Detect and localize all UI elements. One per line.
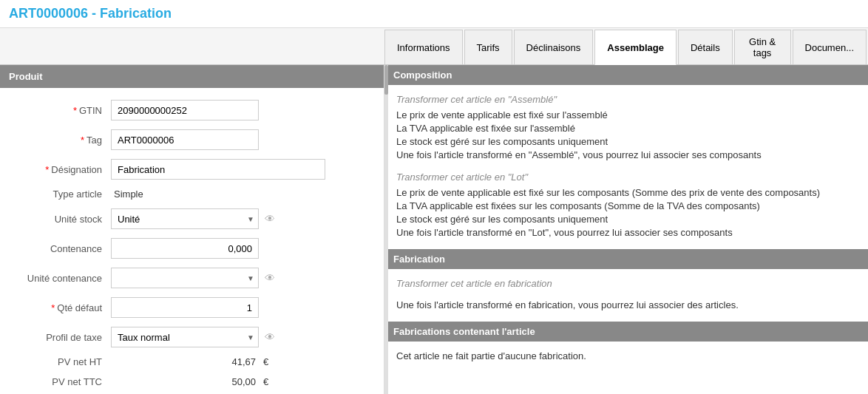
assemble-line-3: Le stock est géré sur les composants uni… xyxy=(396,136,856,147)
profil-taxe-label: Profil de taxe xyxy=(15,332,111,343)
profil-taxe-select[interactable]: Taux normal xyxy=(111,327,259,347)
profil-taxe-row: Profil de taxe Taux normal ▼ 👁 xyxy=(15,327,369,347)
fab-line: Une fois l'article transformé en fabrica… xyxy=(396,299,856,310)
unite-stock-select[interactable]: Unité xyxy=(111,208,259,229)
fabrication-content: Transformer cet article en fabrication U… xyxy=(384,269,868,322)
designation-input[interactable] xyxy=(111,159,325,180)
pv-net-ht-label: PV net HT xyxy=(15,356,111,367)
unite-contenance-label: Unité contenance xyxy=(15,273,111,284)
fab-transform-title[interactable]: Transformer cet article en fabrication xyxy=(396,278,856,289)
tab-assemblage[interactable]: Assemblage xyxy=(594,30,677,65)
tab-details[interactable]: Détails xyxy=(678,30,733,64)
lot-line-4: Une fois l'article transformé en "Lot", … xyxy=(396,227,856,238)
gtin-row: *GTIN xyxy=(15,100,369,120)
tab-document[interactable]: Documen... xyxy=(793,30,867,64)
page-title: ART0000006 - Fabrication xyxy=(9,6,172,21)
unite-contenance-eye-icon[interactable]: 👁 xyxy=(265,272,275,284)
tag-label: *Tag xyxy=(15,135,111,146)
tag-row: *Tag xyxy=(15,129,369,150)
type-article-value: Simple xyxy=(111,188,143,200)
gtin-label: *GTIN xyxy=(15,105,111,116)
type-article-label: Type article xyxy=(15,188,111,200)
composition-section-header: Composition xyxy=(384,65,868,85)
unite-stock-label: Unité stock xyxy=(15,214,111,225)
qte-defaut-input[interactable] xyxy=(111,297,259,318)
assemble-line-4: Une fois l'article transformé en "Assemb… xyxy=(396,149,856,160)
designation-row: *Désignation xyxy=(15,159,369,180)
type-article-row: Type article Simple xyxy=(15,188,369,200)
qte-defaut-row: *Qté défaut xyxy=(15,297,369,318)
gtin-input[interactable] xyxy=(111,100,259,120)
designation-label: *Désignation xyxy=(15,164,111,175)
lot-line-1: Le prix de vente applicable est fixé sur… xyxy=(396,187,856,198)
lot-transform-title[interactable]: Transformer cet article en "Lot" xyxy=(396,171,856,183)
fabrication-section-header: Fabrication xyxy=(384,249,868,269)
left-panel: Produit *GTIN *Tag *Désignation xyxy=(0,65,384,394)
lot-line-3: Le stock est géré sur les composants uni… xyxy=(396,214,856,225)
contenance-input[interactable] xyxy=(111,238,259,259)
tab-tarifs[interactable]: Tarifs xyxy=(464,30,512,64)
pv-net-ht-row: PV net HT 41,67 € xyxy=(15,356,369,367)
tabs-bar: Informations Tarifs Déclinaisons Assembl… xyxy=(0,28,868,65)
profil-taxe-eye-icon[interactable]: 👁 xyxy=(265,331,275,343)
qte-defaut-label: *Qté défaut xyxy=(15,302,111,313)
pv-net-ttc-row: PV net TTC 50,00 € xyxy=(15,376,369,387)
assemble-line-1: Le prix de vente applicable est fixé sur… xyxy=(396,109,856,120)
produit-header: Produit xyxy=(0,65,384,88)
tag-input[interactable] xyxy=(111,129,259,150)
header-bar: ART0000006 - Fabrication xyxy=(0,0,868,28)
fabrications-contenant-header: Fabrications contenant l'article xyxy=(384,322,868,342)
scroll-indicator xyxy=(384,65,388,394)
assemble-line-2: La TVA applicable est fixée sur l'assemb… xyxy=(396,123,856,134)
tab-declinaisons[interactable]: Déclinaisons xyxy=(514,30,594,64)
lot-line-2: La TVA applicable est fixées sur les com… xyxy=(396,200,856,211)
contenance-row: Contenance xyxy=(15,238,369,259)
fabrications-contenant-content: Cet article ne fait partie d'aucune fabr… xyxy=(384,342,868,370)
pv-net-ttc-label: PV net TTC xyxy=(15,376,111,387)
assemble-transform-title[interactable]: Transformer cet article en "Assemblé" xyxy=(396,94,856,105)
unite-contenance-row: Unité contenance ▼ 👁 xyxy=(15,268,369,288)
scroll-thumb xyxy=(384,65,388,95)
right-panel: Composition Transformer cet article en "… xyxy=(384,65,868,394)
pv-net-ttc-currency: € xyxy=(263,376,268,387)
unite-contenance-select[interactable] xyxy=(111,268,259,288)
tab-gtin-tags[interactable]: Gtin & tags xyxy=(734,30,791,64)
contenance-label: Contenance xyxy=(15,243,111,254)
pv-net-ht-value: 41,67 xyxy=(111,356,259,367)
unite-stock-eye-icon[interactable]: 👁 xyxy=(265,213,275,225)
pv-net-ht-currency: € xyxy=(263,356,268,367)
pv-net-ttc-value: 50,00 xyxy=(111,376,259,387)
tab-informations[interactable]: Informations xyxy=(384,30,463,64)
unite-stock-row: Unité stock Unité ▼ 👁 xyxy=(15,208,369,229)
composition-content: Transformer cet article en "Assemblé" Le… xyxy=(384,85,868,249)
